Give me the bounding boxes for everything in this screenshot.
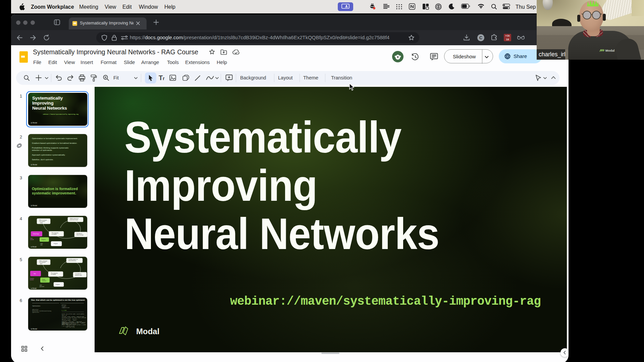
svg-text:on models: on models: [51, 274, 56, 275]
svg-text:Program: Program: [56, 284, 60, 285]
svg-text:Title: Title: [34, 273, 36, 275]
svg-text:generated: generated: [40, 286, 44, 287]
svg-text:Common: Common: [42, 280, 46, 282]
svg-text:diminished ones: diminished ones: [68, 260, 76, 261]
svg-text:⧉ Modal: ⧉ Modal: [31, 246, 37, 248]
svg-text:ready: ready: [40, 222, 43, 224]
svg-text:involved: involved: [30, 279, 34, 281]
svg-text:failure leakage: failure leakage: [76, 234, 84, 236]
svg-text:node: node: [40, 244, 43, 246]
svg-text:Default logic: Default logic: [33, 233, 39, 235]
svg-text:avoid worst faults: avoid worst faults: [70, 219, 78, 221]
svg-text:optimize ways: optimize ways: [75, 275, 82, 276]
svg-text:Program: Program: [54, 243, 58, 244]
svg-text:⧉ Modal: ⧉ Modal: [31, 288, 37, 289]
svg-text:override: override: [30, 239, 34, 240]
svg-text:apart: apart: [40, 263, 42, 264]
svg-text:on models: on models: [52, 234, 57, 235]
svg-text:Engines: Engines: [42, 239, 46, 240]
